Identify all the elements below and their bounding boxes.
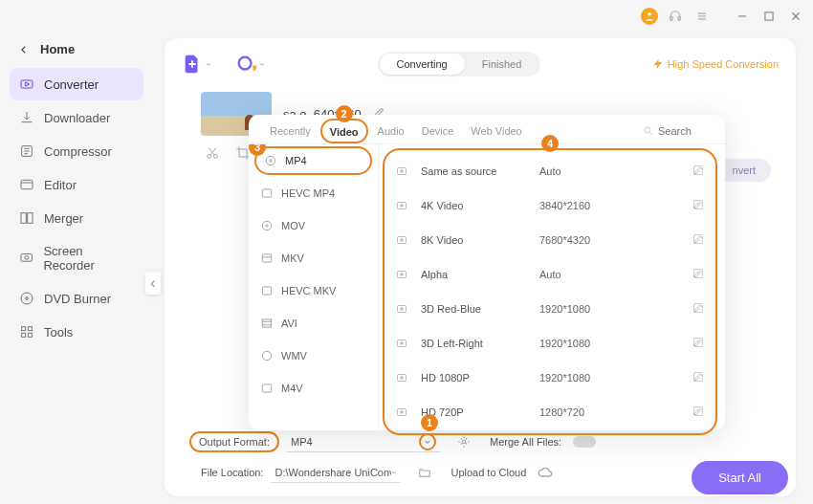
edit-preset-icon[interactable]: [692, 371, 704, 384]
preset-row[interactable]: AlphaAuto: [392, 257, 708, 292]
preset-resolution: 1920*1080: [539, 303, 692, 315]
format-item[interactable]: HEVC MKV: [249, 274, 378, 307]
menu-icon[interactable]: [692, 7, 712, 26]
sidebar-item-label: Screen Recorder: [43, 244, 134, 273]
format-search[interactable]: [643, 125, 712, 137]
search-input[interactable]: [658, 125, 712, 137]
seg-finished[interactable]: Finished: [465, 54, 539, 75]
svg-point-19: [21, 293, 33, 304]
play-box-icon: [396, 338, 411, 349]
svg-point-18: [25, 255, 29, 259]
preset-row[interactable]: HD 720P1280*720: [392, 395, 708, 429]
svg-rect-15: [21, 213, 26, 224]
svg-point-30: [645, 127, 650, 133]
edit-preset-icon[interactable]: [692, 268, 704, 281]
svg-rect-1: [670, 17, 672, 20]
preset-row[interactable]: HD 1080P1920*1080: [392, 361, 708, 395]
svg-marker-55: [401, 274, 404, 276]
cloud-icon[interactable]: [538, 465, 553, 480]
trim-icon[interactable]: [205, 145, 220, 164]
minimize-button[interactable]: [733, 7, 752, 26]
svg-marker-49: [401, 205, 404, 208]
sidebar-item-converter[interactable]: Converter: [10, 68, 143, 100]
headset-icon[interactable]: [666, 7, 685, 26]
close-button[interactable]: [786, 7, 805, 26]
svg-rect-17: [21, 254, 33, 262]
chevron-down-icon: [205, 60, 212, 68]
add-url-button[interactable]: [235, 54, 266, 75]
sidebar-item-label: Editor: [44, 178, 77, 192]
recorder-icon: [19, 251, 33, 266]
titlebar: [0, 0, 813, 33]
format-item-mp4[interactable]: MP4 3: [254, 146, 372, 175]
svg-marker-61: [401, 342, 404, 345]
edit-preset-icon[interactable]: [692, 199, 704, 212]
svg-marker-52: [401, 239, 404, 242]
svg-rect-24: [28, 333, 32, 337]
sidebar-item-label: Downloader: [44, 111, 110, 125]
svg-point-35: [262, 221, 271, 230]
svg-rect-34: [262, 189, 271, 197]
seg-converting[interactable]: Converting: [380, 54, 465, 75]
svg-rect-16: [28, 213, 33, 224]
edit-preset-icon[interactable]: [692, 337, 704, 350]
edit-preset-icon[interactable]: [692, 405, 704, 419]
preset-row[interactable]: 3D Red-Blue1920*1080: [392, 292, 708, 326]
status-segment: Converting Finished: [378, 52, 541, 77]
tab-device[interactable]: Device: [414, 119, 462, 143]
format-item[interactable]: MOV: [249, 209, 378, 242]
file-location-select[interactable]: D:\Wondershare UniConverter 1: [271, 462, 401, 483]
sidebar-item-screen-recorder[interactable]: Screen Recorder: [10, 235, 143, 281]
preset-row[interactable]: 3D Left-Right1920*1080: [392, 326, 708, 361]
upload-cloud-label: Upload to Cloud: [450, 467, 526, 478]
sidebar-item-label: Compressor: [44, 144, 112, 159]
svg-point-25: [239, 57, 252, 70]
svg-point-0: [648, 12, 651, 15]
tab-web-video[interactable]: Web Video: [463, 119, 529, 143]
maximize-button[interactable]: [759, 7, 779, 26]
svg-marker-64: [401, 377, 404, 380]
edit-preset-icon[interactable]: [692, 164, 704, 178]
sidebar-item-merger[interactable]: Merger: [10, 202, 143, 234]
location-row: File Location: D:\Wondershare UniConvert…: [182, 460, 779, 485]
format-item[interactable]: M4V: [249, 372, 378, 405]
play-box-icon: [396, 372, 411, 383]
start-all-button[interactable]: Start All: [692, 461, 788, 494]
preset-row[interactable]: 8K Video7680*4320: [392, 223, 708, 257]
sidebar-item-editor[interactable]: Editor: [10, 168, 143, 201]
tab-recently[interactable]: Recently: [262, 119, 319, 143]
edit-preset-icon[interactable]: [692, 302, 704, 316]
sidebar: Home Converter Downloader Compressor Edi…: [0, 33, 153, 504]
preset-row[interactable]: 4K Video3840*2160: [392, 188, 708, 223]
home-nav[interactable]: Home: [10, 36, 143, 62]
format-item[interactable]: HEVC MP4: [249, 177, 378, 209]
format-item[interactable]: AVI: [249, 307, 378, 340]
tab-audio[interactable]: Audio: [370, 119, 412, 143]
tab-video[interactable]: Video: [328, 124, 361, 140]
sidebar-item-compressor[interactable]: Compressor: [10, 135, 143, 167]
sidebar-item-dvd-burner[interactable]: DVD Burner: [10, 282, 143, 315]
format-item[interactable]: MKV: [249, 242, 378, 274]
avatar[interactable]: [641, 8, 658, 25]
preset-name: 4K Video: [421, 200, 539, 211]
svg-point-29: [462, 440, 466, 444]
sidebar-item-tools[interactable]: Tools: [10, 316, 143, 348]
play-box-icon: [396, 269, 411, 280]
preset-resolution: 1920*1080: [539, 372, 692, 383]
format-item[interactable]: WMV: [249, 340, 378, 372]
high-speed-conv[interactable]: High Speed Conversion: [652, 58, 779, 70]
edit-preset-icon[interactable]: [692, 233, 704, 247]
play-box-icon: [396, 234, 411, 246]
svg-rect-40: [262, 319, 271, 327]
file-icon: [260, 186, 274, 200]
add-file-button[interactable]: [182, 54, 212, 75]
format-popover: Recently Video 2 Audio Device Web Video …: [249, 115, 725, 430]
svg-marker-58: [401, 308, 404, 311]
svg-point-33: [270, 160, 272, 162]
preset-row[interactable]: Same as sourceAuto: [392, 154, 708, 188]
sidebar-item-downloader[interactable]: Downloader: [10, 101, 143, 134]
preset-name: 3D Red-Blue: [421, 303, 539, 315]
svg-marker-46: [401, 170, 404, 173]
convert-button[interactable]: nvert: [717, 159, 771, 182]
open-folder-icon[interactable]: [418, 466, 431, 479]
